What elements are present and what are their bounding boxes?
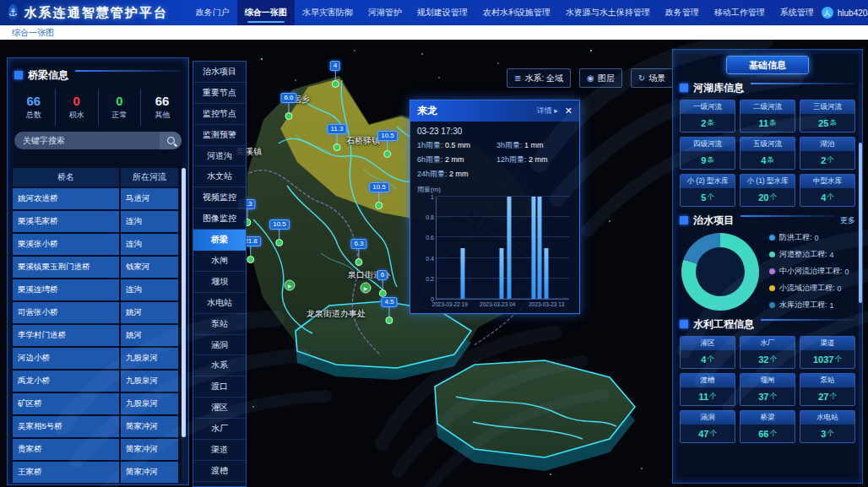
nav-item-8[interactable]: 政务管理: [658, 0, 707, 25]
map-control-场景[interactable]: ↻场景: [631, 68, 673, 88]
bridge-name-cell[interactable]: 栗溪张小桥: [13, 234, 119, 255]
layer-item-水电站[interactable]: 水电站: [193, 293, 246, 314]
layer-item-泵站[interactable]: 泵站: [193, 314, 246, 335]
layer-item-重要节点[interactable]: 重要节点: [193, 83, 246, 104]
table-row[interactable]: 栗溪镇栗玉荆门道桥钱家河: [13, 257, 178, 278]
bridge-name-cell[interactable]: 栗溪连塆桥: [13, 279, 119, 300]
river-name-cell[interactable]: 马道河: [121, 188, 178, 209]
nav-item-4[interactable]: 河湖管护: [361, 0, 410, 25]
bridge-name-cell[interactable]: 李学村门道桥: [13, 325, 119, 346]
popup-detail-link[interactable]: 详情 ▸: [537, 106, 558, 116]
table-row[interactable]: 矿区桥九股泉河: [13, 393, 178, 414]
layer-item-监控节点[interactable]: 监控节点: [193, 104, 246, 125]
card-label: 一级河流: [681, 100, 735, 114]
table-row[interactable]: 吴家相5号桥简家冲河: [13, 416, 178, 437]
nav-item-9[interactable]: 移动工作管理: [707, 0, 773, 25]
nav-item-1[interactable]: 政务门户: [188, 0, 237, 25]
layer-item-水文站[interactable]: 水文站: [193, 166, 246, 187]
scrollbar-thumb[interactable]: [859, 143, 862, 303]
nav-item-5[interactable]: 规划建设管理: [410, 0, 475, 25]
nav-item-7[interactable]: 水资源与水土保持管理: [558, 0, 658, 25]
layer-item-堰坝[interactable]: 堰坝: [193, 272, 246, 293]
layer-item-图像监控[interactable]: 图像监控: [193, 208, 246, 230]
nav-item-6[interactable]: 农村水利设施管理: [475, 0, 558, 25]
river-name-cell[interactable]: 简家冲河: [121, 416, 178, 437]
user-menu[interactable]: 人 hlub42080261 ∨: [822, 7, 868, 19]
bridge-table-scrollbar[interactable]: [182, 168, 186, 481]
table-row[interactable]: 栗溪连塆桥连沟: [13, 279, 178, 300]
layer-item-水厂[interactable]: 水厂: [193, 419, 246, 440]
bridge-name-cell[interactable]: 贵家桥: [13, 439, 119, 460]
search-input[interactable]: [14, 132, 160, 149]
table-row[interactable]: 贵家桥简家冲河: [13, 439, 178, 460]
layer-item-视频监控[interactable]: 视频监控: [193, 187, 246, 208]
water-level-marker[interactable]: 10.5: [377, 131, 398, 158]
camera-marker-icon[interactable]: ▶: [285, 280, 296, 291]
water-level-marker[interactable]: 10.5: [269, 219, 290, 246]
water-level-marker[interactable]: 10.5: [369, 182, 389, 209]
layer-item-水闸[interactable]: 水闸: [193, 251, 246, 272]
bridge-name-cell[interactable]: 矿区桥: [13, 393, 119, 414]
chart-bar: [507, 197, 512, 299]
water-level-marker[interactable]: 6.3: [350, 239, 366, 266]
water-level-marker[interactable]: 6.6: [280, 93, 296, 120]
close-icon[interactable]: ✕: [565, 106, 572, 116]
bridge-name-cell[interactable]: 司营张小桥: [13, 302, 119, 323]
river-name-cell[interactable]: 连沟: [121, 234, 178, 255]
camera-marker-icon[interactable]: ▶: [361, 283, 372, 294]
nav-item-2[interactable]: 综合一张图: [237, 0, 295, 25]
layer-item-监测预警[interactable]: 监测预警: [193, 125, 246, 146]
layer-item-灌区[interactable]: 灌区: [193, 398, 246, 419]
river-name-cell[interactable]: 简家冲河: [121, 439, 178, 460]
map-control-图层[interactable]: ◉图层: [579, 68, 622, 88]
search-button[interactable]: [160, 132, 182, 149]
table-row[interactable]: 河边小桥九股泉河: [13, 348, 178, 369]
river-name-cell[interactable]: 连沟: [121, 211, 178, 232]
river-name-cell[interactable]: 姚河: [121, 325, 178, 346]
table-row[interactable]: 王家桥简家冲河: [13, 462, 178, 483]
table-row[interactable]: 禹龙小桥九股泉河: [13, 371, 178, 392]
basic-info-badge[interactable]: 基础信息: [726, 56, 809, 74]
map-control-水系: 全域[interactable]: ≣水系: 全域: [507, 68, 571, 88]
water-level-marker[interactable]: 11.3: [328, 124, 347, 151]
bridge-name-cell[interactable]: 王家桥: [13, 462, 119, 483]
layer-item-渠道[interactable]: 渠道: [193, 440, 246, 461]
river-name-cell[interactable]: 连沟: [121, 279, 178, 300]
bridge-name-cell[interactable]: 栗溪毛家桥: [13, 211, 119, 232]
bridge-name-cell[interactable]: 禹龙小桥: [13, 371, 119, 392]
table-row[interactable]: 姚河农道桥马道河: [13, 188, 178, 209]
table-row[interactable]: 李学村门道桥姚河: [13, 325, 178, 346]
water-level-marker[interactable]: 4.5: [381, 297, 397, 324]
breadcrumb[interactable]: 综合一张图: [12, 27, 54, 39]
layer-item-涵洞[interactable]: 涵洞: [193, 335, 246, 356]
layer-item-桥梁[interactable]: 桥梁: [193, 230, 246, 251]
layer-item-渡口[interactable]: 渡口: [193, 376, 246, 398]
river-name-cell[interactable]: 钱家河: [121, 257, 178, 278]
layer-item-水系[interactable]: 水系: [193, 355, 246, 376]
table-row[interactable]: 司营张小桥姚河: [13, 302, 178, 323]
bridge-name-cell[interactable]: 姚河农道桥: [13, 188, 119, 209]
table-row[interactable]: 栗溪张小桥连沟: [13, 234, 178, 255]
bridge-name-cell[interactable]: 河边小桥: [13, 348, 119, 369]
river-name-cell[interactable]: 简家冲河: [121, 462, 178, 483]
river-name-cell[interactable]: 九股泉河: [121, 393, 178, 414]
river-name-cell[interactable]: 姚河: [121, 302, 178, 323]
bridge-name-cell[interactable]: 吴家相5号桥: [13, 416, 119, 437]
project-more-link[interactable]: 更多: [840, 215, 855, 226]
legend-dot-icon: [769, 252, 775, 257]
table-row[interactable]: 栗溪毛家桥连沟: [13, 211, 178, 232]
layer-item-治水项目[interactable]: 治水项目: [193, 62, 246, 83]
layer-item-隧洞[interactable]: 隧洞: [193, 482, 246, 487]
river-name-cell[interactable]: 九股泉河: [121, 348, 178, 369]
bridge-name-cell[interactable]: 栗溪镇栗玉荆门道桥: [13, 257, 119, 278]
scrollbar-thumb[interactable]: [182, 168, 186, 437]
water-level-marker[interactable]: 6: [377, 270, 388, 297]
card-label: 中型水库: [800, 175, 854, 188]
layer-item-渡槽[interactable]: 渡槽: [193, 461, 246, 482]
nav-item-3[interactable]: 水旱灾害防御: [295, 0, 361, 25]
water-level-marker[interactable]: 4: [330, 61, 340, 88]
nav-item-10[interactable]: 系统管理: [773, 0, 822, 25]
river-name-cell[interactable]: 九股泉河: [121, 371, 178, 392]
right-panel-scrollbar[interactable]: [859, 84, 862, 474]
layer-item-河道沟[interactable]: 河道沟: [193, 146, 246, 167]
